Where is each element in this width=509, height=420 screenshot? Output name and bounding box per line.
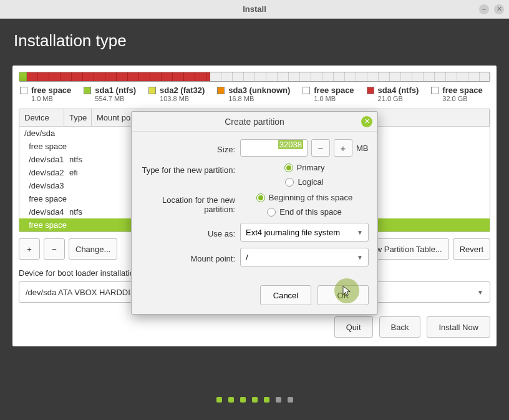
legend-label: free space: [31, 85, 71, 95]
radio-icon: [267, 208, 276, 217]
col-device[interactable]: Device: [19, 109, 64, 126]
footer-buttons: Quit Back Install Now: [19, 316, 490, 338]
size-input[interactable]: 32038: [240, 139, 308, 157]
cell-device: /dev/sda3: [24, 181, 69, 190]
radio-logical[interactable]: Logical: [285, 177, 323, 187]
add-partition-button[interactable]: +: [19, 238, 40, 260]
size-increment-button[interactable]: +: [334, 139, 352, 157]
progress-dots: [0, 397, 509, 403]
step-dot: [288, 397, 293, 403]
create-partition-dialog: Create partition ✕ Size: 32038 − + MB Ty…: [131, 111, 378, 315]
legend-swatch: [148, 87, 156, 94]
cell-device: /dev/sda1: [24, 155, 69, 164]
step-dot: [216, 397, 222, 403]
mount-point-select[interactable]: / ▼: [240, 248, 369, 266]
change-partition-button[interactable]: Change...: [69, 238, 117, 260]
cell-device: free space: [24, 194, 69, 203]
back-button[interactable]: Back: [379, 316, 421, 338]
chevron-down-icon: ▼: [477, 289, 483, 296]
col-type[interactable]: Type: [64, 109, 92, 126]
legend-swatch: [303, 87, 310, 94]
use-as-label: Use as:: [140, 227, 240, 238]
window-controls: − ✕: [479, 4, 504, 14]
step-dot: [252, 397, 258, 403]
use-as-select[interactable]: Ext4 journaling file system ▼: [240, 223, 369, 242]
cell-device: free space: [24, 142, 69, 151]
cell-type: ntfs: [69, 155, 97, 164]
partition-legend: free space1.0 MBsda1 (ntfs)554.7 MBsda2 …: [19, 85, 490, 102]
cancel-button[interactable]: Cancel: [260, 285, 311, 305]
remove-partition-button[interactable]: −: [44, 238, 65, 260]
radio-icon: [285, 178, 294, 187]
legend-size: 16.8 MB: [228, 95, 290, 102]
cell-type: [69, 142, 97, 151]
step-dot: [228, 397, 234, 403]
legend-label: sda3 (unknown): [228, 85, 290, 95]
cell-device: free space: [24, 220, 69, 230]
size-label: Size:: [140, 142, 240, 154]
legend-item: sda1 (ntfs)554.7 MB: [84, 85, 136, 102]
legend-label: sda1 (ntfs): [95, 85, 136, 95]
legend-item: free space1.0 MB: [20, 85, 71, 102]
install-now-button[interactable]: Install Now: [427, 316, 490, 338]
legend-swatch: [217, 87, 225, 94]
window-title: Install: [243, 4, 266, 14]
legend-label: sda4 (ntfs): [378, 85, 419, 95]
legend-swatch: [367, 87, 374, 94]
legend-size: 32.0 GB: [442, 95, 482, 102]
step-dot: [240, 397, 246, 403]
legend-size: 1.0 MB: [314, 95, 354, 102]
seg-sda4: [27, 72, 210, 81]
partition-type-label: Type for the new partition:: [140, 163, 240, 175]
minimize-button[interactable]: −: [479, 4, 489, 14]
chevron-down-icon: ▼: [357, 229, 363, 236]
size-decrement-button[interactable]: −: [311, 139, 330, 157]
legend-swatch: [431, 87, 439, 94]
legend-size: 103.8 MB: [160, 95, 205, 102]
legend-item: sda4 (ntfs)21.0 GB: [367, 85, 419, 102]
legend-item: sda2 (fat32)103.8 MB: [148, 85, 205, 102]
dialog-title: Create partition: [225, 117, 284, 127]
legend-label: sda2 (fat32): [160, 85, 205, 95]
legend-item: sda3 (unknown)16.8 MB: [217, 85, 290, 102]
page-title: Installation type: [14, 31, 497, 51]
dialog-close-button[interactable]: ✕: [361, 116, 372, 127]
dialog-titlebar: Create partition ✕: [132, 112, 377, 132]
partition-location-label: Location for the new partition:: [140, 193, 240, 214]
revert-button[interactable]: Revert: [453, 238, 490, 260]
cell-type: efi: [69, 168, 97, 177]
radio-primary[interactable]: Primary: [284, 163, 325, 172]
close-button[interactable]: ✕: [494, 4, 504, 14]
partition-usage-bar: [19, 72, 490, 82]
legend-label: free space: [314, 85, 354, 95]
legend-item: free space1.0 MB: [303, 85, 354, 102]
mount-point-label: Mount point:: [140, 252, 240, 263]
legend-size: 554.7 MB: [95, 95, 136, 102]
chevron-down-icon: ▼: [357, 254, 363, 261]
cell-type: [69, 220, 97, 230]
quit-button[interactable]: Quit: [334, 316, 373, 338]
size-unit: MB: [356, 144, 369, 153]
legend-size: 1.0 MB: [31, 95, 71, 102]
radio-icon: [256, 193, 265, 202]
radio-end[interactable]: End of this space: [267, 207, 342, 217]
cell-type: [69, 194, 97, 203]
ok-button[interactable]: OK: [318, 285, 369, 305]
radio-icon: [284, 164, 293, 172]
legend-swatch: [20, 87, 27, 94]
radio-beginning[interactable]: Beginning of this space: [256, 193, 352, 202]
window-titlebar: Install − ✕: [0, 0, 509, 19]
cell-device: /dev/sda: [24, 129, 69, 138]
legend-item: free space32.0 GB: [431, 85, 482, 102]
cell-type: [69, 129, 97, 138]
cell-type: [69, 181, 97, 190]
cell-device: /dev/sda4: [24, 207, 69, 217]
legend-swatch: [84, 87, 91, 94]
legend-size: 21.0 GB: [378, 95, 419, 102]
step-dot: [264, 397, 269, 403]
legend-label: free space: [442, 85, 482, 95]
step-dot: [276, 397, 281, 403]
cell-type: ntfs: [69, 207, 97, 217]
cell-device: /dev/sda2: [24, 168, 69, 177]
seg-free: [210, 72, 490, 81]
